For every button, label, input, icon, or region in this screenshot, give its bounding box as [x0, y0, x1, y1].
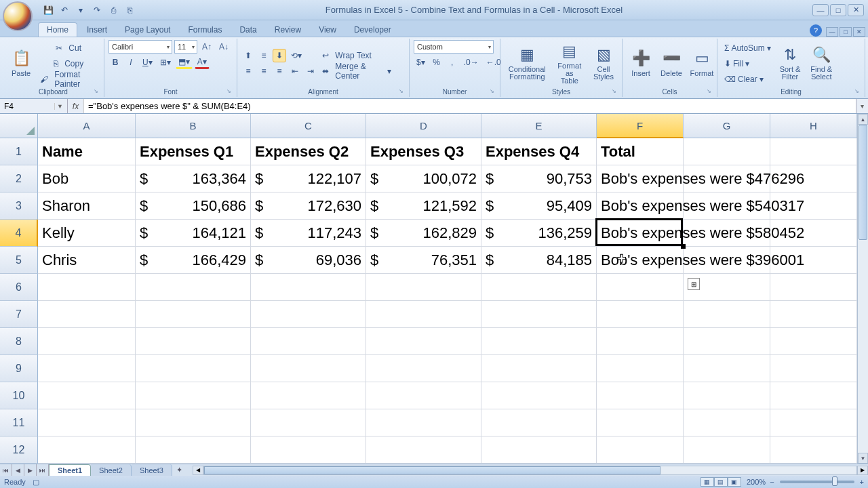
cell[interactable]: $69,036 [251, 247, 366, 274]
border-button[interactable]: ⊞▾ [157, 56, 174, 69]
zoom-slider[interactable] [780, 481, 854, 483]
zoom-out-button[interactable]: − [770, 478, 774, 486]
row-header[interactable]: 2 [0, 165, 38, 192]
cell[interactable] [770, 328, 857, 355]
underline-button[interactable]: U▾ [140, 56, 155, 69]
cell[interactable] [251, 328, 366, 355]
column-header[interactable]: D [366, 114, 481, 138]
column-header[interactable]: H [770, 114, 857, 138]
copy-button[interactable]: ⎘ Copy [37, 57, 100, 70]
cell[interactable] [597, 436, 684, 464]
sheet-tab[interactable]: Sheet2 [91, 464, 132, 476]
cell[interactable]: $95,409 [481, 192, 597, 220]
cut-button[interactable]: ✂ Cut [37, 41, 100, 55]
column-header[interactable]: C [251, 114, 366, 138]
percent-button[interactable]: % [430, 56, 443, 69]
cell[interactable] [136, 274, 251, 301]
cell[interactable] [38, 328, 136, 355]
merge-center-button[interactable]: ⬌ Merge & Center▾ [319, 64, 394, 78]
cell[interactable] [366, 274, 481, 301]
help-icon[interactable]: ? [810, 24, 822, 37]
select-all-button[interactable] [0, 114, 38, 138]
increase-decimal-button[interactable]: .0→ [461, 56, 481, 69]
cell[interactable] [770, 274, 857, 301]
save-icon[interactable]: 💾 [42, 4, 54, 16]
cell[interactable] [684, 301, 770, 328]
cells-area[interactable]: NameExpenses Q1Expenses Q2Expenses Q3Exp… [38, 138, 857, 464]
cell[interactable]: Expenses Q1 [136, 138, 251, 165]
qat-tool-icon[interactable]: ⎙ [107, 4, 119, 16]
cell[interactable] [251, 436, 366, 464]
format-painter-button[interactable]: 🖌 Format Painter [37, 73, 100, 86]
cell[interactable] [136, 301, 251, 328]
cell[interactable]: Bob [38, 165, 136, 192]
tab-review[interactable]: Review [267, 23, 309, 37]
cell[interactable] [597, 274, 684, 301]
cell[interactable] [684, 355, 770, 382]
tab-home[interactable]: Home [38, 22, 77, 37]
cell[interactable] [366, 301, 481, 328]
row-header[interactable]: 3 [0, 192, 38, 220]
row-header[interactable]: 5 [0, 247, 38, 274]
last-sheet-button[interactable]: ⏭ [37, 464, 49, 476]
fx-button[interactable]: fx [68, 99, 84, 113]
conditional-formatting-button[interactable]: ▦Conditional Formatting [505, 45, 550, 82]
cell[interactable] [684, 138, 770, 165]
cell[interactable] [684, 382, 770, 409]
cell[interactable] [366, 436, 481, 464]
clear-button[interactable]: ⌫ Clear▾ [722, 73, 774, 86]
autosum-button[interactable]: Σ AutoSum▾ [722, 41, 774, 55]
normal-view-button[interactable]: ▦ [701, 477, 714, 487]
scroll-right-button[interactable]: ▶ [857, 466, 868, 475]
maximize-button[interactable]: □ [830, 4, 846, 16]
column-header[interactable]: B [136, 114, 251, 138]
next-sheet-button[interactable]: ▶ [24, 464, 37, 476]
row-header[interactable]: 9 [0, 355, 38, 382]
cell[interactable] [38, 409, 136, 436]
new-sheet-button[interactable]: ✦ [172, 464, 187, 476]
cell[interactable]: $121,592 [366, 192, 481, 220]
fill-color-button[interactable]: ⬒▾ [176, 56, 193, 69]
cell[interactable]: $163,364 [136, 165, 251, 192]
horizontal-scrollbar[interactable]: ◀ ▶ [193, 464, 868, 476]
chevron-down-icon[interactable]: ▾ [75, 4, 87, 16]
tab-data[interactable]: Data [231, 23, 264, 37]
cell[interactable] [251, 409, 366, 436]
wrap-text-button[interactable]: ↩ Wrap Text [319, 49, 394, 62]
scroll-thumb[interactable] [204, 466, 661, 474]
comma-button[interactable]: , [446, 56, 459, 69]
cell[interactable] [684, 409, 770, 436]
shrink-font-button[interactable]: A↓ [216, 40, 231, 54]
cell[interactable]: Bob's expenses were $540317 [597, 192, 684, 220]
cell[interactable]: Bob's expenses were $476296 [597, 165, 684, 192]
cell[interactable] [481, 301, 597, 328]
cell[interactable] [481, 274, 597, 301]
cell[interactable] [481, 382, 597, 409]
number-format-select[interactable]: Custom [414, 40, 494, 54]
cell[interactable]: $164,121 [136, 220, 251, 247]
cell[interactable]: Kelly [38, 220, 136, 247]
cell[interactable] [251, 301, 366, 328]
delete-cells-button[interactable]: ➖Delete [657, 48, 686, 79]
insert-cells-button[interactable]: ➕Insert [627, 48, 655, 79]
sort-filter-button[interactable]: ⇅Sort & Filter [776, 45, 805, 82]
cell[interactable] [481, 328, 597, 355]
office-button[interactable] [3, 1, 33, 31]
redo-icon[interactable]: ↷ [91, 4, 103, 16]
cell[interactable]: Chris [38, 247, 136, 274]
tab-formulas[interactable]: Formulas [180, 23, 230, 37]
cell[interactable] [38, 274, 136, 301]
fill-handle[interactable] [681, 244, 686, 249]
cell[interactable] [770, 138, 857, 165]
vertical-scrollbar[interactable]: ▲ ▼ [857, 114, 868, 464]
row-header[interactable]: 6 [0, 274, 38, 301]
cell[interactable] [597, 382, 684, 409]
cell[interactable] [136, 355, 251, 382]
zoom-in-button[interactable]: + [860, 478, 864, 486]
scroll-thumb[interactable] [859, 125, 867, 240]
prev-sheet-button[interactable]: ◀ [12, 464, 24, 476]
grow-font-button[interactable]: A↑ [199, 40, 214, 54]
cell[interactable] [770, 301, 857, 328]
cell[interactable]: $122,107 [251, 165, 366, 192]
cell[interactable] [136, 328, 251, 355]
